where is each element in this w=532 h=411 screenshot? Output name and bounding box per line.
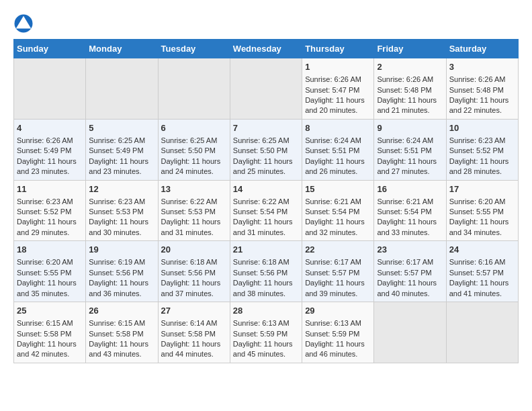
cell-content: Daylight: 11 hours [17,156,83,167]
cell-content: Daylight: 11 hours [305,339,371,349]
cell-content: Sunrise: 6:23 AM [17,197,83,207]
cell-content: Sunrise: 6:22 AM [233,197,299,207]
cell-content: Sunset: 5:58 PM [17,329,83,339]
cell-content: and 24 minutes. [161,167,227,177]
calendar-table: SundayMondayTuesdayWednesdayThursdayFrid… [13,39,519,363]
cell-content: Daylight: 11 hours [89,278,154,288]
header-thursday: Thursday [302,40,374,58]
calendar-cell: 9Sunrise: 6:24 AMSunset: 5:51 PMDaylight… [374,119,446,180]
calendar-header-row: SundayMondayTuesdayWednesdayThursdayFrid… [14,40,519,58]
cell-content: Daylight: 11 hours [161,156,227,167]
calendar-cell: 5Sunrise: 6:25 AMSunset: 5:49 PMDaylight… [86,119,158,180]
cell-content: Sunrise: 6:26 AM [305,75,371,85]
calendar-cell: 7Sunrise: 6:25 AMSunset: 5:50 PMDaylight… [230,119,302,180]
calendar-week-0: 1Sunrise: 6:26 AMSunset: 5:47 PMDaylight… [14,58,519,120]
cell-content: and 35 minutes. [17,289,83,299]
calendar-week-3: 18Sunrise: 6:20 AMSunset: 5:55 PMDayligh… [14,241,519,302]
calendar-cell: 1Sunrise: 6:26 AMSunset: 5:47 PMDaylight… [302,58,374,120]
cell-content: and 42 minutes. [17,349,83,359]
day-number: 7 [233,122,299,134]
day-number: 19 [89,244,154,256]
cell-content: and 23 minutes. [89,167,154,177]
cell-content: Sunrise: 6:20 AM [17,257,83,267]
cell-content: Daylight: 11 hours [89,217,154,227]
cell-content: and 41 minutes. [449,289,515,299]
calendar-cell: 22Sunrise: 6:17 AMSunset: 5:57 PMDayligh… [302,241,374,302]
cell-content: Daylight: 11 hours [305,95,371,105]
cell-content: Sunrise: 6:24 AM [377,136,443,146]
cell-content: Sunset: 5:58 PM [161,329,227,339]
cell-content: Daylight: 11 hours [377,217,443,227]
cell-content: and 45 minutes. [233,349,299,359]
cell-content: Sunrise: 6:21 AM [377,197,443,207]
cell-content: Daylight: 11 hours [305,217,371,227]
cell-content: Daylight: 11 hours [233,339,299,349]
cell-content: Sunset: 5:50 PM [233,146,299,156]
cell-content: Sunset: 5:49 PM [89,146,154,156]
calendar-cell: 28Sunrise: 6:13 AMSunset: 5:59 PMDayligh… [230,302,302,363]
calendar-week-2: 11Sunrise: 6:23 AMSunset: 5:52 PMDayligh… [14,180,519,241]
cell-content: Sunrise: 6:26 AM [17,136,83,146]
cell-content: Sunset: 5:52 PM [17,207,83,217]
day-number: 23 [377,244,443,256]
cell-content: Daylight: 11 hours [17,339,83,349]
day-number: 12 [89,183,154,195]
calendar-cell: 16Sunrise: 6:21 AMSunset: 5:54 PMDayligh… [374,180,446,241]
calendar-cell: 29Sunrise: 6:13 AMSunset: 5:59 PMDayligh… [302,302,374,363]
calendar-cell: 23Sunrise: 6:17 AMSunset: 5:57 PMDayligh… [374,241,446,302]
day-number: 28 [233,305,299,317]
day-number: 22 [305,244,371,256]
cell-content: and 39 minutes. [305,289,371,299]
cell-content: Sunrise: 6:16 AM [449,257,515,267]
cell-content: Sunrise: 6:13 AM [233,318,299,328]
day-number: 4 [17,122,83,134]
cell-content: Daylight: 11 hours [17,217,83,227]
day-number: 16 [377,183,443,195]
logo [13,13,35,34]
calendar-cell: 18Sunrise: 6:20 AMSunset: 5:55 PMDayligh… [14,241,86,302]
cell-content: Sunrise: 6:17 AM [305,257,371,267]
cell-content: Daylight: 11 hours [233,156,299,167]
cell-content: and 29 minutes. [17,228,83,238]
calendar-cell [158,58,230,120]
cell-content: Sunset: 5:55 PM [17,268,83,278]
day-number: 21 [233,244,299,256]
cell-content: and 27 minutes. [377,167,443,177]
day-number: 5 [89,122,154,134]
calendar-week-4: 25Sunrise: 6:15 AMSunset: 5:58 PMDayligh… [14,302,519,363]
calendar-cell [86,58,158,120]
cell-content: Sunset: 5:53 PM [161,207,227,217]
day-number: 25 [17,305,83,317]
cell-content: Sunset: 5:59 PM [233,329,299,339]
calendar-cell: 2Sunrise: 6:26 AMSunset: 5:48 PMDaylight… [374,58,446,120]
cell-content: and 32 minutes. [305,228,371,238]
cell-content: Sunset: 5:56 PM [233,268,299,278]
cell-content: Sunrise: 6:25 AM [233,136,299,146]
cell-content: Sunrise: 6:25 AM [161,136,227,146]
cell-content: Sunrise: 6:19 AM [89,257,154,267]
cell-content: Sunset: 5:57 PM [377,268,443,278]
cell-content: Sunset: 5:51 PM [377,146,443,156]
cell-content: and 26 minutes. [305,167,371,177]
day-number: 9 [377,122,443,134]
cell-content: and 37 minutes. [161,289,227,299]
calendar-cell [14,58,86,120]
cell-content: Sunset: 5:54 PM [233,207,299,217]
cell-content: Sunset: 5:54 PM [305,207,371,217]
cell-content: Sunrise: 6:22 AM [161,197,227,207]
cell-content: Daylight: 11 hours [17,278,83,288]
calendar-cell: 6Sunrise: 6:25 AMSunset: 5:50 PMDaylight… [158,119,230,180]
cell-content: Sunrise: 6:18 AM [233,257,299,267]
calendar-cell [446,302,518,363]
cell-content: Sunset: 5:56 PM [89,268,154,278]
calendar-cell: 15Sunrise: 6:21 AMSunset: 5:54 PMDayligh… [302,180,374,241]
day-number: 27 [161,305,227,317]
day-number: 3 [449,61,515,73]
day-number: 29 [305,305,371,317]
calendar-week-1: 4Sunrise: 6:26 AMSunset: 5:49 PMDaylight… [14,119,519,180]
cell-content: Daylight: 11 hours [161,278,227,288]
cell-content: and 46 minutes. [305,349,371,359]
cell-content: and 44 minutes. [161,349,227,359]
cell-content: and 31 minutes. [161,228,227,238]
cell-content: and 40 minutes. [377,289,443,299]
